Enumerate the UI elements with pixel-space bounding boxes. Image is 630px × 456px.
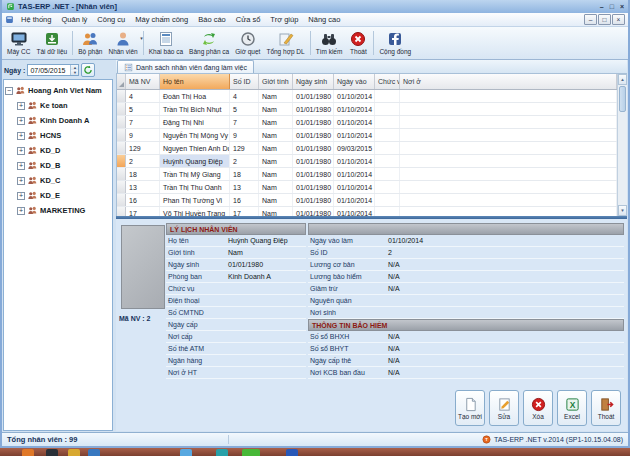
mdi-close-button[interactable]: × bbox=[612, 14, 625, 25]
menu-bar: Hệ thốngQuản lýCông cụMáy chấm côngBáo c… bbox=[2, 13, 628, 27]
action-button-2[interactable]: Xóa bbox=[523, 390, 553, 426]
app-window: TAS-ERP .NET - [Nhân viên] – □ × Hệ thốn… bbox=[0, 0, 630, 448]
tree-item[interactable]: +KD_B bbox=[5, 158, 111, 173]
expand-toggle-icon[interactable]: + bbox=[17, 102, 25, 110]
tree-item[interactable]: −Hoang Anh Viet Nam bbox=[5, 83, 111, 98]
column-header[interactable]: Giới tính bbox=[259, 74, 293, 89]
close-button[interactable]: × bbox=[620, 3, 624, 10]
taskbar-item[interactable] bbox=[22, 449, 34, 456]
expand-toggle-icon[interactable]: − bbox=[5, 87, 13, 95]
toolbar-button[interactable]: Nhân viên▾ bbox=[105, 28, 140, 58]
title-bar: TAS-ERP .NET - [Nhân viên] – □ × bbox=[2, 0, 628, 13]
table-row[interactable]: 16Phan Thị Tường Vi16Nam01/01/198001/10/… bbox=[117, 194, 617, 207]
cell-ngay_sinh: 01/01/1980 bbox=[293, 181, 334, 193]
field-value: N/A bbox=[388, 345, 400, 352]
mdi-restore-button[interactable]: □ bbox=[598, 14, 611, 25]
mdi-minimize-button[interactable]: – bbox=[584, 14, 597, 25]
table-row[interactable]: 13Trần Thị Thu Oanh13Nam01/01/198001/10/… bbox=[117, 181, 617, 194]
date-spinner[interactable]: ▲▼ bbox=[70, 65, 78, 75]
expand-toggle-icon[interactable]: + bbox=[17, 117, 25, 125]
toolbar-button[interactable]: Bộ phận bbox=[75, 28, 105, 58]
download-data-icon bbox=[44, 31, 60, 47]
toolbar-button[interactable]: Tổng hợp DL bbox=[263, 28, 307, 58]
table-row[interactable]: 9Nguyễn Thị Mộng Vy9Nam01/01/198001/10/2… bbox=[117, 129, 617, 142]
menu-item[interactable]: Công cụ bbox=[92, 15, 130, 24]
action-button-1[interactable]: Sửa bbox=[489, 390, 519, 426]
toolbar-button-label: Giờ quẹt bbox=[235, 48, 260, 55]
list-tab-icon bbox=[124, 63, 133, 72]
taskbar-item[interactable] bbox=[216, 449, 228, 456]
scroll-up-icon[interactable]: ▲ bbox=[618, 74, 627, 85]
action-button-0[interactable]: Tạo mới bbox=[455, 390, 485, 426]
menu-item[interactable]: Nâng cao bbox=[303, 15, 345, 24]
menu-item[interactable]: Máy chấm công bbox=[130, 15, 193, 24]
menu-item[interactable]: Báo cáo bbox=[193, 15, 231, 24]
table-row[interactable]: 18Trần Thị Mỹ Giang18Nam01/01/198001/10/… bbox=[117, 168, 617, 181]
restore-button[interactable]: □ bbox=[610, 3, 614, 10]
column-header[interactable]: Số ID bbox=[230, 74, 259, 89]
toolbar-button[interactable]: Máy CC bbox=[4, 28, 33, 58]
expand-toggle-icon[interactable]: + bbox=[17, 177, 25, 185]
menu-item[interactable]: Cửa sổ bbox=[231, 15, 266, 24]
expand-toggle-icon[interactable]: + bbox=[17, 192, 25, 200]
taskbar-item[interactable] bbox=[286, 449, 298, 456]
taskbar-item[interactable] bbox=[88, 449, 100, 456]
tree-item[interactable]: +KD_C bbox=[5, 173, 111, 188]
table-row[interactable]: 7Đặng Thị Nhi7Nam01/01/198001/10/2014 bbox=[117, 116, 617, 129]
cell-ngay_vao: 01/10/2014 bbox=[334, 181, 375, 193]
table-row[interactable]: 4Đoàn Thị Hoa4Nam01/01/198001/10/2014 bbox=[117, 90, 617, 103]
toolbar-separator bbox=[373, 31, 374, 55]
row-indicator bbox=[117, 129, 126, 141]
table-row[interactable]: 5Trần Thị Bích Nhụt5Nam01/01/198001/10/2… bbox=[117, 103, 617, 116]
toolbar-button[interactable]: Khai báo ca bbox=[146, 28, 186, 58]
tab-employee-list[interactable]: Danh sách nhân viên đang làm việc bbox=[117, 60, 254, 73]
expand-toggle-icon[interactable]: + bbox=[17, 132, 25, 140]
taskbar-item[interactable] bbox=[242, 449, 260, 456]
toolbar-button[interactable]: Cộng đồng bbox=[376, 28, 414, 58]
menu-item[interactable]: Trợ giúp bbox=[265, 15, 303, 24]
column-header[interactable]: Họ tên bbox=[160, 74, 230, 89]
column-header[interactable]: Ngày vào bbox=[334, 74, 375, 89]
column-header[interactable]: Nơi ở bbox=[400, 74, 617, 89]
taskbar-item[interactable] bbox=[180, 449, 192, 456]
vertical-scrollbar[interactable]: ▲ ▼ bbox=[617, 74, 627, 216]
tree-item[interactable]: +KD_E bbox=[5, 188, 111, 203]
column-header[interactable]: Ngày sinh bbox=[293, 74, 334, 89]
column-header[interactable]: Chức vụ bbox=[375, 74, 400, 89]
action-button-4[interactable]: Thoát bbox=[591, 390, 621, 426]
taskbar-item[interactable] bbox=[68, 449, 80, 456]
tree-item[interactable]: +MARKETING bbox=[5, 203, 111, 218]
cell-ho_ten: Võ Thị Huyền Trang bbox=[160, 207, 230, 216]
refresh-button[interactable] bbox=[81, 63, 95, 77]
tree-item[interactable]: +Kinh Doanh A bbox=[5, 113, 111, 128]
expand-toggle-icon[interactable]: + bbox=[17, 207, 25, 215]
toolbar-button[interactable]: Giờ quẹt bbox=[232, 28, 263, 58]
computer-icon bbox=[11, 31, 27, 47]
menu-item[interactable]: Quản lý bbox=[56, 15, 92, 24]
date-input[interactable]: 07/05/2015 ▲▼ bbox=[27, 64, 79, 76]
sidebar-header: Ngày : 07/05/2015 ▲▼ bbox=[3, 61, 113, 79]
taskbar-item[interactable] bbox=[46, 449, 58, 456]
table-row[interactable]: 129Nguyen Thien Anh Dung129Nam01/01/1980… bbox=[117, 142, 617, 155]
action-button-3[interactable]: XExcel bbox=[557, 390, 587, 426]
expand-toggle-icon[interactable]: + bbox=[17, 147, 25, 155]
toolbar-button[interactable]: Bảng phân ca bbox=[186, 28, 232, 58]
spinner-down-icon[interactable]: ▼ bbox=[71, 70, 78, 75]
chevron-down-icon[interactable]: ▾ bbox=[140, 35, 143, 41]
minimize-button[interactable]: – bbox=[600, 3, 604, 10]
scroll-down-icon[interactable]: ▼ bbox=[618, 205, 627, 216]
column-header[interactable]: Mã NV bbox=[126, 74, 160, 89]
toolbar-button[interactable]: Tải dữ liệu bbox=[33, 28, 70, 58]
tree-item[interactable]: +KD_D bbox=[5, 143, 111, 158]
table-row[interactable]: 2Huỳnh Quang Điệp2Nam01/01/198001/10/201… bbox=[117, 155, 617, 168]
toolbar-button[interactable]: Tìm kiếm bbox=[313, 28, 346, 58]
tree-item[interactable]: +HCNS bbox=[5, 128, 111, 143]
menu-item[interactable]: Hệ thống bbox=[16, 15, 56, 24]
tree-item[interactable]: +Ke toan bbox=[5, 98, 111, 113]
scrollbar-thumb[interactable] bbox=[619, 86, 626, 112]
toolbar-button[interactable]: Thoát bbox=[345, 28, 371, 58]
expand-toggle-icon[interactable]: + bbox=[17, 162, 25, 170]
table-row[interactable]: 17Võ Thị Huyền Trang17Nam01/01/198001/10… bbox=[117, 207, 617, 216]
cell-ma_nv: 9 bbox=[126, 129, 160, 141]
cell-ngay_sinh: 01/01/1980 bbox=[293, 103, 334, 115]
